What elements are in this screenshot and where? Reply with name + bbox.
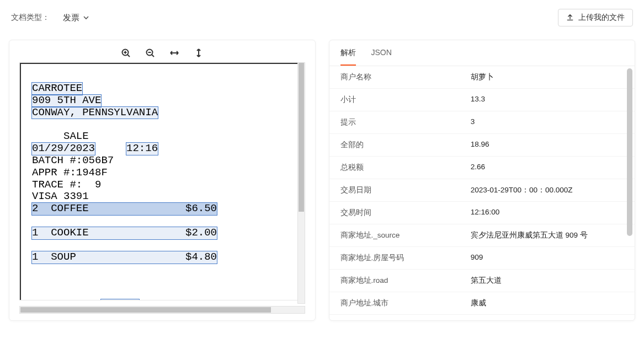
scrollbar-horizontal[interactable] [19, 306, 305, 314]
scrollbar-vertical[interactable] [297, 62, 305, 304]
tabs: 解析 JSON [329, 40, 635, 66]
kv-key: 交易时间 [340, 208, 471, 218]
doc-type-label: 文档类型： [11, 13, 50, 23]
ocr-box-subtotal[interactable]: $13.30 [101, 299, 139, 300]
kv-row: 商家地址._source宾夕法尼亚州康威第五大道 909 号 [329, 224, 635, 247]
zoom-out-button[interactable] [144, 47, 156, 59]
appr-line: APPR #:1948F [32, 166, 108, 179]
upload-button[interactable]: 上传我的文件 [558, 9, 633, 26]
kv-value: 18.96 [471, 140, 624, 150]
card-line: VISA 3391 [32, 190, 89, 202]
kv-row: 交易日期2023-01-29T00：00：00.000Z [329, 179, 635, 202]
ocr-box-time[interactable]: 12:16 [126, 143, 158, 155]
sale-label: SALE [63, 130, 89, 142]
doc-type-value: 发票 [63, 13, 79, 23]
kv-key: 提示 [340, 117, 471, 127]
doc-type-select[interactable]: 发票 [63, 13, 89, 23]
kv-key: 商家地址.房屋号码 [340, 253, 471, 263]
ocr-box-item-2[interactable]: 1 SOUP$4.80 [32, 251, 217, 264]
kv-value: 2023-01-29T00：00：00.000Z [471, 185, 624, 195]
kv-row: 交易时间12:16:00 [329, 202, 635, 224]
kv-value: 2.66 [471, 163, 624, 173]
tab-parse[interactable]: 解析 [340, 48, 356, 66]
tab-json[interactable]: JSON [371, 48, 392, 66]
scrollbar-right[interactable] [627, 68, 632, 318]
kv-key: 商户地址.城市 [340, 298, 471, 308]
chevron-down-icon [83, 14, 89, 21]
ocr-box-item-0[interactable]: 2 COFFEE$6.50 [32, 203, 217, 215]
kv-row: 商家地址.房屋号码909 [329, 247, 635, 270]
kv-key: 总税额 [340, 163, 471, 173]
kv-value: 第五大道 [471, 276, 624, 286]
ocr-box-addr1[interactable]: 909 5TH AVE [32, 95, 101, 107]
ocr-box-merchant[interactable]: CARROTEE [32, 83, 82, 95]
kv-value: 12:16:00 [471, 208, 624, 218]
ocr-box-addr2[interactable]: CONWAY, PENNSYLVANIA [32, 107, 158, 119]
kv-value: 3 [471, 117, 624, 127]
document-viewport[interactable]: CARROTEE 909 5TH AVE CONWAY, PENNSYLVANI… [19, 62, 305, 300]
svg-line-1 [127, 55, 130, 57]
upload-icon [566, 14, 574, 22]
upload-label: 上传我的文件 [578, 13, 625, 23]
zoom-out-icon [145, 48, 155, 58]
kv-key: 全部的 [340, 140, 471, 150]
kv-row: 全部的18.96 [329, 134, 635, 157]
scrollbar-right-thumb[interactable] [627, 68, 632, 236]
kv-key: 商家地址._source [340, 230, 471, 240]
doc-type-wrap: 文档类型： 发票 [11, 13, 89, 23]
kv-key: 商家地址.road [340, 276, 471, 286]
ocr-box-date[interactable]: 01/29/2023 [32, 143, 95, 155]
kv-value: 909 [471, 253, 624, 263]
arrows-horizontal-icon [169, 48, 179, 58]
kv-value: 宾夕法尼亚州康威第五大道 909 号 [471, 230, 624, 240]
trace-line: TRACE #: 9 [32, 179, 101, 191]
ocr-box-item-1[interactable]: 1 COOKIE$2.00 [32, 227, 217, 239]
panels: CARROTEE 909 5TH AVE CONWAY, PENNSYLVANI… [9, 40, 635, 321]
kv-value: 13.3 [471, 95, 624, 105]
zoom-in-button[interactable] [120, 47, 132, 59]
kv-row: 小计13.3 [329, 89, 635, 111]
kv-key: 交易日期 [340, 185, 471, 195]
kv-key: 商户名称 [340, 72, 471, 82]
kv-row: 商户地址.城市康威 [329, 292, 635, 315]
scrollbar-thumb-h[interactable] [20, 307, 271, 313]
kv-row: 商家地址.road第五大道 [329, 270, 635, 292]
svg-line-5 [152, 55, 154, 57]
top-bar: 文档类型： 发票 上传我的文件 [9, 9, 635, 26]
fit-width-button[interactable] [168, 47, 180, 59]
zoom-in-icon [121, 48, 131, 58]
kv-row: 总税额2.66 [329, 157, 635, 179]
document-canvas: CARROTEE 909 5TH AVE CONWAY, PENNSYLVANI… [20, 63, 305, 300]
kv-value: 康威 [471, 298, 624, 308]
kv-row: 提示3 [329, 111, 635, 134]
arrows-vertical-icon [194, 48, 204, 58]
scrollbar-thumb-v[interactable] [299, 63, 304, 212]
parsed-list[interactable]: 商户名称胡萝卜小计13.3提示3全部的18.96总税额2.66交易日期2023-… [329, 66, 635, 320]
fit-height-button[interactable] [193, 47, 205, 59]
kv-value: 胡萝卜 [471, 72, 624, 82]
batch-line: BATCH #:056B7 [32, 154, 114, 166]
kv-row: 商户名称胡萝卜 [329, 66, 635, 89]
kv-key: 小计 [340, 95, 471, 105]
zoom-toolbar [9, 40, 315, 62]
subtotal-label: SUBTOTAL: [32, 299, 89, 300]
document-panel: CARROTEE 909 5TH AVE CONWAY, PENNSYLVANI… [9, 40, 316, 321]
results-panel: 解析 JSON 商户名称胡萝卜小计13.3提示3全部的18.96总税额2.66交… [329, 40, 636, 321]
